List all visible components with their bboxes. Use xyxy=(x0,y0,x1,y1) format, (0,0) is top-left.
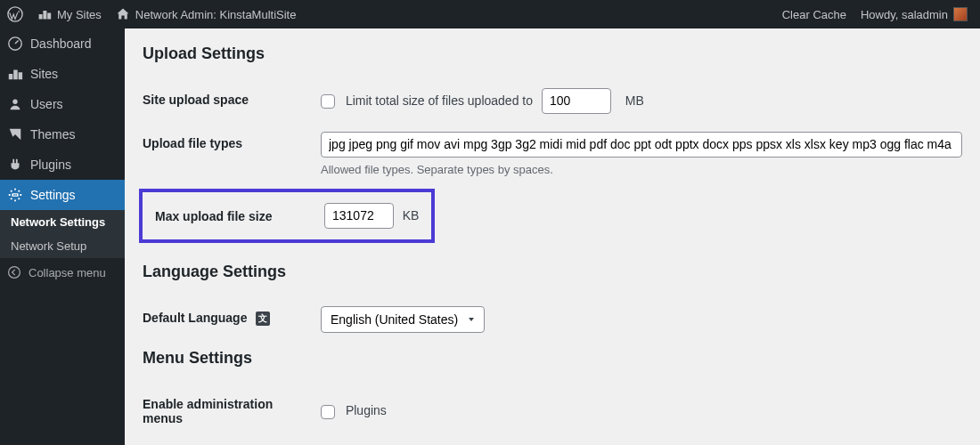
howdy-label: Howdy, saladmin xyxy=(861,8,948,21)
default-language-select[interactable]: English (United States) xyxy=(321,306,485,333)
upload-settings-heading: Upload Settings xyxy=(143,44,962,63)
users-icon xyxy=(7,96,23,112)
collapse-icon xyxy=(7,265,21,279)
upload-file-types-description: Allowed file types. Separate types by sp… xyxy=(321,163,962,176)
limit-upload-checkbox[interactable] xyxy=(321,94,335,109)
my-sites-link[interactable]: My Sites xyxy=(30,0,109,28)
dashboard-icon xyxy=(7,36,23,52)
svg-rect-3 xyxy=(12,193,18,197)
sidebar-item-label: Themes xyxy=(30,127,76,142)
max-upload-highlight: Max upload file size KB xyxy=(139,189,435,243)
sidebar-item-label: Dashboard xyxy=(30,36,92,51)
sidebar-item-plugins[interactable]: Plugins xyxy=(0,150,125,180)
sidebar-item-dashboard[interactable]: Dashboard xyxy=(0,28,125,59)
menu-settings-heading: Menu Settings xyxy=(143,349,962,368)
svg-rect-5 xyxy=(15,194,16,196)
svg-point-6 xyxy=(9,267,20,279)
plugins-icon xyxy=(7,157,23,173)
sidebar-item-label: Plugins xyxy=(30,158,71,172)
themes-icon xyxy=(7,126,23,142)
sidebar-item-users[interactable]: Users xyxy=(0,89,125,119)
clear-cache-label: Clear Cache xyxy=(782,8,846,21)
default-language-label: Default Language 文 xyxy=(143,297,321,342)
settings-icon xyxy=(7,187,23,203)
plugins-menu-checkbox[interactable] xyxy=(321,405,335,419)
sidebar-item-themes[interactable]: Themes xyxy=(0,119,125,150)
sidebar-item-label: Settings xyxy=(30,188,76,202)
sidebar-item-settings[interactable]: Settings xyxy=(0,180,125,210)
collapse-label: Collapse menu xyxy=(29,266,106,279)
network-admin-link[interactable]: Network Admin: KinstaMultiSite xyxy=(109,0,304,28)
plugins-menu-label: Plugins xyxy=(346,403,387,417)
submenu-network-settings[interactable]: Network Settings xyxy=(0,210,125,234)
account-link[interactable]: Howdy, saladmin xyxy=(853,0,975,28)
site-upload-space-label: Site upload space xyxy=(143,79,321,123)
enable-admin-menus-label: Enable administration menus xyxy=(143,384,321,439)
svg-point-2 xyxy=(12,100,17,104)
translate-icon: 文 xyxy=(256,312,270,326)
sidebar-item-sites[interactable]: Sites xyxy=(0,59,125,89)
my-sites-label: My Sites xyxy=(57,8,102,21)
admin-sidebar: Dashboard Sites Users Themes Plugins Set… xyxy=(0,28,125,445)
home-icon xyxy=(116,7,130,21)
svg-rect-4 xyxy=(13,194,14,196)
admin-toolbar: My Sites Network Admin: KinstaMultiSite … xyxy=(0,0,980,28)
clear-cache-link[interactable]: Clear Cache xyxy=(775,0,853,28)
upload-file-types-label: Upload file types xyxy=(143,123,321,185)
sites-icon xyxy=(7,66,23,82)
sites-icon xyxy=(37,7,52,21)
language-settings-heading: Language Settings xyxy=(143,263,962,281)
wp-logo[interactable] xyxy=(0,0,30,28)
main-content: Upload Settings Site upload space Limit … xyxy=(125,28,980,445)
network-admin-label: Network Admin: KinstaMultiSite xyxy=(135,8,297,21)
max-upload-unit: KB xyxy=(403,208,420,222)
settings-submenu: Network Settings Network Setup xyxy=(0,210,125,258)
upload-space-input[interactable] xyxy=(542,88,611,114)
max-upload-input[interactable] xyxy=(324,203,394,229)
limit-upload-label: Limit total size of files uploaded to xyxy=(346,93,533,108)
avatar xyxy=(953,7,968,21)
upload-space-unit: MB xyxy=(625,93,644,108)
collapse-menu-button[interactable]: Collapse menu xyxy=(0,258,125,287)
wordpress-icon xyxy=(7,6,23,22)
sidebar-item-label: Users xyxy=(30,97,63,111)
submenu-network-setup[interactable]: Network Setup xyxy=(0,234,125,258)
max-upload-label: Max upload file size xyxy=(155,209,306,223)
sidebar-item-label: Sites xyxy=(30,67,58,81)
upload-file-types-input[interactable] xyxy=(321,132,962,158)
